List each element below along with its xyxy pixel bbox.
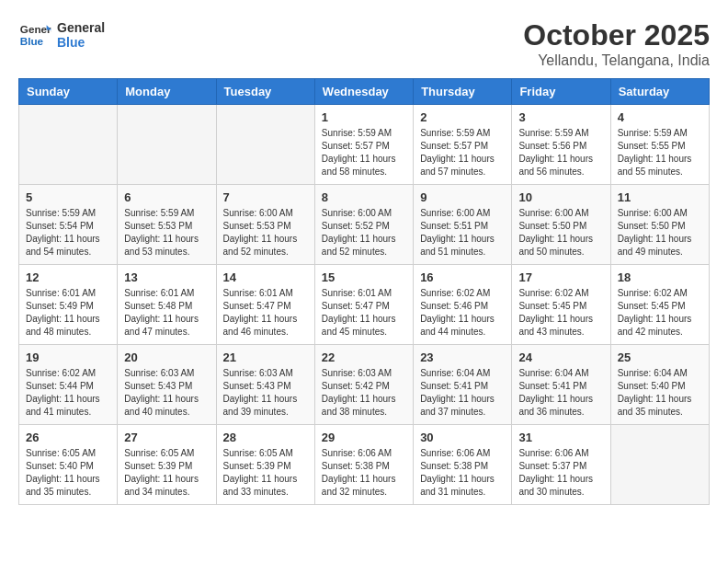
calendar-cell: 19Sunrise: 6:02 AMSunset: 5:44 PMDayligh… <box>19 345 118 425</box>
calendar-cell <box>19 105 118 185</box>
weekday-header: Friday <box>512 79 610 105</box>
day-info: Sunrise: 6:05 AMSunset: 5:39 PMDaylight:… <box>124 447 209 499</box>
calendar-title: October 2025 <box>523 18 710 52</box>
calendar-cell: 21Sunrise: 6:03 AMSunset: 5:43 PMDayligh… <box>216 345 314 425</box>
day-number: 8 <box>322 190 406 204</box>
day-info: Sunrise: 6:05 AMSunset: 5:40 PMDaylight:… <box>26 447 110 499</box>
day-number: 27 <box>124 431 209 444</box>
day-info: Sunrise: 6:00 AMSunset: 5:50 PMDaylight:… <box>518 207 603 259</box>
calendar-week-row: 5Sunrise: 5:59 AMSunset: 5:54 PMDaylight… <box>19 185 710 265</box>
title-section: October 2025 Yellandu, Telangana, India <box>523 18 710 69</box>
logo-text-line1: General <box>57 20 105 35</box>
day-info: Sunrise: 6:06 AMSunset: 5:38 PMDaylight:… <box>420 447 505 499</box>
day-number: 21 <box>223 350 308 364</box>
page-header: General Blue General Blue October 2025 Y… <box>18 18 710 69</box>
calendar-cell: 2Sunrise: 5:59 AMSunset: 5:57 PMDaylight… <box>414 105 512 185</box>
calendar-cell: 29Sunrise: 6:06 AMSunset: 5:38 PMDayligh… <box>314 425 413 505</box>
calendar-cell: 18Sunrise: 6:02 AMSunset: 5:45 PMDayligh… <box>610 265 709 345</box>
day-info: Sunrise: 5:59 AMSunset: 5:57 PMDaylight:… <box>420 127 505 178</box>
calendar-subtitle: Yellandu, Telangana, India <box>523 52 710 69</box>
weekday-header: Tuesday <box>216 79 314 105</box>
calendar-cell: 6Sunrise: 5:59 AMSunset: 5:53 PMDaylight… <box>118 185 216 265</box>
calendar-cell <box>216 105 314 185</box>
day-info: Sunrise: 6:04 AMSunset: 5:40 PMDaylight:… <box>618 367 702 419</box>
day-info: Sunrise: 6:02 AMSunset: 5:46 PMDaylight:… <box>420 287 505 339</box>
day-number: 24 <box>518 350 603 364</box>
calendar-cell: 26Sunrise: 6:05 AMSunset: 5:40 PMDayligh… <box>19 425 118 505</box>
day-info: Sunrise: 6:00 AMSunset: 5:50 PMDaylight:… <box>618 207 702 259</box>
calendar-cell: 15Sunrise: 6:01 AMSunset: 5:47 PMDayligh… <box>314 265 413 345</box>
calendar-week-row: 12Sunrise: 6:01 AMSunset: 5:49 PMDayligh… <box>19 265 710 345</box>
calendar-cell <box>118 105 216 185</box>
day-number: 30 <box>420 431 505 444</box>
day-number: 6 <box>124 190 209 204</box>
day-info: Sunrise: 6:01 AMSunset: 5:48 PMDaylight:… <box>124 287 209 339</box>
day-number: 11 <box>618 190 702 204</box>
calendar-cell: 31Sunrise: 6:06 AMSunset: 5:37 PMDayligh… <box>512 425 610 505</box>
calendar-cell <box>610 425 709 505</box>
weekday-header: Monday <box>118 79 216 105</box>
calendar-cell: 22Sunrise: 6:03 AMSunset: 5:42 PMDayligh… <box>314 345 413 425</box>
day-number: 22 <box>322 350 406 364</box>
svg-text:Blue: Blue <box>20 35 44 47</box>
day-info: Sunrise: 5:59 AMSunset: 5:57 PMDaylight:… <box>322 127 406 178</box>
day-info: Sunrise: 6:01 AMSunset: 5:47 PMDaylight:… <box>322 287 406 339</box>
day-number: 3 <box>518 110 603 124</box>
day-number: 17 <box>518 270 603 284</box>
day-info: Sunrise: 5:59 AMSunset: 5:54 PMDaylight:… <box>26 207 110 259</box>
day-info: Sunrise: 5:59 AMSunset: 5:53 PMDaylight:… <box>124 207 209 259</box>
weekday-header: Thursday <box>414 79 512 105</box>
calendar-cell: 10Sunrise: 6:00 AMSunset: 5:50 PMDayligh… <box>512 185 610 265</box>
day-number: 2 <box>420 110 505 124</box>
calendar-cell: 13Sunrise: 6:01 AMSunset: 5:48 PMDayligh… <box>118 265 216 345</box>
weekday-header-row: SundayMondayTuesdayWednesdayThursdayFrid… <box>19 79 710 105</box>
day-number: 13 <box>124 270 209 284</box>
day-info: Sunrise: 6:00 AMSunset: 5:53 PMDaylight:… <box>223 207 308 259</box>
calendar-cell: 3Sunrise: 5:59 AMSunset: 5:56 PMDaylight… <box>512 105 610 185</box>
calendar-cell: 30Sunrise: 6:06 AMSunset: 5:38 PMDayligh… <box>414 425 512 505</box>
calendar-cell: 25Sunrise: 6:04 AMSunset: 5:40 PMDayligh… <box>610 345 709 425</box>
calendar-cell: 11Sunrise: 6:00 AMSunset: 5:50 PMDayligh… <box>610 185 709 265</box>
day-number: 25 <box>618 350 702 364</box>
day-number: 20 <box>124 350 209 364</box>
weekday-header: Wednesday <box>314 79 413 105</box>
day-info: Sunrise: 6:01 AMSunset: 5:47 PMDaylight:… <box>223 287 308 339</box>
day-info: Sunrise: 6:03 AMSunset: 5:42 PMDaylight:… <box>322 367 406 419</box>
logo-icon: General Blue <box>18 18 51 52</box>
day-info: Sunrise: 6:00 AMSunset: 5:52 PMDaylight:… <box>322 207 406 259</box>
calendar-cell: 8Sunrise: 6:00 AMSunset: 5:52 PMDaylight… <box>314 185 413 265</box>
calendar-cell: 4Sunrise: 5:59 AMSunset: 5:55 PMDaylight… <box>610 105 709 185</box>
day-number: 29 <box>322 431 406 444</box>
day-number: 31 <box>518 431 603 444</box>
calendar-cell: 7Sunrise: 6:00 AMSunset: 5:53 PMDaylight… <box>216 185 314 265</box>
day-info: Sunrise: 6:02 AMSunset: 5:45 PMDaylight:… <box>618 287 702 339</box>
logo: General Blue General Blue <box>18 18 105 52</box>
day-number: 10 <box>518 190 603 204</box>
day-info: Sunrise: 6:04 AMSunset: 5:41 PMDaylight:… <box>420 367 505 419</box>
day-info: Sunrise: 6:01 AMSunset: 5:49 PMDaylight:… <box>26 287 110 339</box>
day-info: Sunrise: 6:05 AMSunset: 5:39 PMDaylight:… <box>223 447 308 499</box>
day-info: Sunrise: 6:06 AMSunset: 5:37 PMDaylight:… <box>518 447 603 499</box>
day-number: 1 <box>322 110 406 124</box>
calendar-week-row: 19Sunrise: 6:02 AMSunset: 5:44 PMDayligh… <box>19 345 710 425</box>
day-info: Sunrise: 6:02 AMSunset: 5:45 PMDaylight:… <box>518 287 603 339</box>
day-info: Sunrise: 6:00 AMSunset: 5:51 PMDaylight:… <box>420 207 505 259</box>
day-number: 4 <box>618 110 702 124</box>
day-info: Sunrise: 6:06 AMSunset: 5:38 PMDaylight:… <box>322 447 406 499</box>
day-number: 19 <box>26 350 110 364</box>
calendar-cell: 27Sunrise: 6:05 AMSunset: 5:39 PMDayligh… <box>118 425 216 505</box>
calendar-table: SundayMondayTuesdayWednesdayThursdayFrid… <box>18 78 710 505</box>
day-number: 18 <box>618 270 702 284</box>
day-info: Sunrise: 6:02 AMSunset: 5:44 PMDaylight:… <box>26 367 110 419</box>
weekday-header: Sunday <box>19 79 118 105</box>
day-info: Sunrise: 6:03 AMSunset: 5:43 PMDaylight:… <box>124 367 209 419</box>
day-number: 26 <box>26 431 110 444</box>
day-number: 12 <box>26 270 110 284</box>
calendar-cell: 9Sunrise: 6:00 AMSunset: 5:51 PMDaylight… <box>414 185 512 265</box>
day-info: Sunrise: 6:04 AMSunset: 5:41 PMDaylight:… <box>518 367 603 419</box>
calendar-cell: 24Sunrise: 6:04 AMSunset: 5:41 PMDayligh… <box>512 345 610 425</box>
day-number: 15 <box>322 270 406 284</box>
calendar-cell: 17Sunrise: 6:02 AMSunset: 5:45 PMDayligh… <box>512 265 610 345</box>
day-number: 14 <box>223 270 308 284</box>
day-info: Sunrise: 6:03 AMSunset: 5:43 PMDaylight:… <box>223 367 308 419</box>
